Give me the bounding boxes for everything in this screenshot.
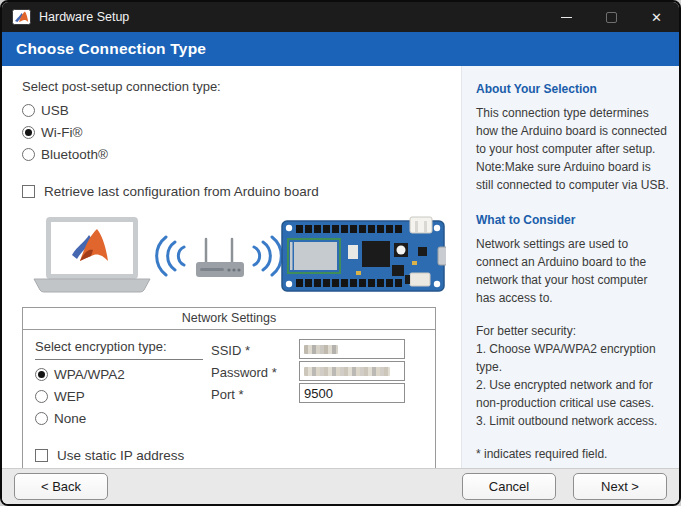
close-icon: ✕ bbox=[651, 11, 662, 24]
laptop-icon bbox=[34, 217, 150, 292]
sidebar-paragraph: For better security: bbox=[476, 322, 669, 340]
wifi-waves-left-icon bbox=[157, 237, 184, 275]
radio-bluetooth-indicator[interactable] bbox=[22, 148, 35, 161]
hardware-setup-window: Hardware Setup ✕ Choose Connection Type … bbox=[0, 0, 681, 506]
radio-usb[interactable]: USB bbox=[22, 103, 461, 118]
router-icon bbox=[196, 239, 244, 277]
sidebar-paragraph: 2. Use encrypted network and for non-pro… bbox=[476, 376, 669, 412]
matlab-app-icon bbox=[12, 9, 31, 25]
radio-none[interactable]: None bbox=[35, 411, 211, 426]
minimize-icon bbox=[561, 17, 572, 18]
retrieve-config-checkbox[interactable] bbox=[22, 185, 35, 198]
static-ip-checkbox-row[interactable]: Use static IP address bbox=[35, 448, 425, 463]
sidebar-paragraph: Note:Make sure Arduino board is still co… bbox=[476, 158, 669, 194]
wifi-connection-illustration bbox=[26, 213, 446, 299]
ssid-redacted-value bbox=[304, 345, 338, 354]
radio-wep-indicator[interactable] bbox=[35, 390, 48, 403]
radio-wep[interactable]: WEP bbox=[35, 389, 211, 404]
radio-wifi[interactable]: Wi-Fi® bbox=[22, 125, 461, 140]
title-bar: Hardware Setup ✕ bbox=[2, 2, 679, 32]
retrieve-config-checkbox-row[interactable]: Retrieve last configuration from Arduino… bbox=[22, 184, 461, 199]
radio-usb-indicator[interactable] bbox=[22, 104, 35, 117]
radio-usb-label: USB bbox=[41, 103, 69, 118]
network-settings-group: Network Settings Select encryption type:… bbox=[22, 307, 436, 468]
sidebar-required-note: * indicates required field. bbox=[476, 445, 669, 463]
retrieve-config-label: Retrieve last configuration from Arduino… bbox=[44, 184, 319, 199]
maximize-icon bbox=[606, 12, 617, 23]
password-redacted-value bbox=[304, 367, 390, 376]
password-input[interactable] bbox=[299, 361, 405, 381]
page-title: Choose Connection Type bbox=[16, 40, 206, 58]
content-area: Select post-setup connection type: USB W… bbox=[2, 66, 679, 468]
ssid-label: SSID * bbox=[211, 339, 293, 359]
static-ip-label: Use static IP address bbox=[57, 448, 184, 463]
sidebar-heading-consider: What to Consider bbox=[476, 211, 669, 229]
network-settings-title: Network Settings bbox=[23, 308, 435, 330]
back-button[interactable]: < Back bbox=[14, 473, 108, 500]
footer-bar: < Back Cancel Next > bbox=[2, 468, 679, 504]
maximize-button[interactable] bbox=[589, 2, 634, 32]
sidebar-paragraph: 3. Limit outbound network access. bbox=[476, 412, 669, 430]
static-ip-checkbox[interactable] bbox=[35, 449, 48, 462]
arduino-board-icon bbox=[282, 217, 446, 291]
radio-wifi-label: Wi-Fi® bbox=[41, 125, 82, 140]
window-title: Hardware Setup bbox=[39, 10, 129, 24]
sidebar-paragraph: This connection type determines how the … bbox=[476, 104, 669, 158]
minimize-button[interactable] bbox=[544, 2, 589, 32]
sidebar-paragraph: Network settings are used to connect an … bbox=[476, 235, 669, 307]
radio-none-label: None bbox=[54, 411, 86, 426]
ssid-input[interactable] bbox=[299, 339, 405, 359]
encryption-type-label: Select encryption type: bbox=[35, 339, 203, 360]
password-label: Password * bbox=[211, 361, 293, 381]
sidebar-heading-about: About Your Selection bbox=[476, 80, 669, 98]
radio-bluetooth[interactable]: Bluetooth® bbox=[22, 147, 461, 162]
close-button[interactable]: ✕ bbox=[634, 2, 679, 32]
cancel-button[interactable]: Cancel bbox=[462, 473, 556, 500]
help-sidebar: About Your Selection This connection typ… bbox=[461, 66, 679, 468]
radio-wpa[interactable]: WPA/WPA2 bbox=[35, 367, 211, 382]
wifi-waves-right-icon bbox=[254, 237, 281, 275]
radio-wifi-indicator[interactable] bbox=[22, 126, 35, 139]
port-label: Port * bbox=[211, 383, 293, 403]
window-controls: ✕ bbox=[544, 2, 679, 32]
port-input[interactable] bbox=[299, 383, 405, 403]
main-panel: Select post-setup connection type: USB W… bbox=[2, 66, 461, 468]
sidebar-paragraph: 1. Choose WPA/WPA2 encryption type. bbox=[476, 340, 669, 376]
connection-type-label: Select post-setup connection type: bbox=[22, 79, 461, 94]
radio-wep-label: WEP bbox=[54, 389, 85, 404]
radio-bluetooth-label: Bluetooth® bbox=[41, 147, 108, 162]
radio-wpa-label: WPA/WPA2 bbox=[54, 367, 125, 382]
radio-wpa-indicator[interactable] bbox=[35, 368, 48, 381]
page-header: Choose Connection Type bbox=[2, 32, 679, 66]
next-button[interactable]: Next > bbox=[573, 473, 667, 500]
radio-none-indicator[interactable] bbox=[35, 412, 48, 425]
